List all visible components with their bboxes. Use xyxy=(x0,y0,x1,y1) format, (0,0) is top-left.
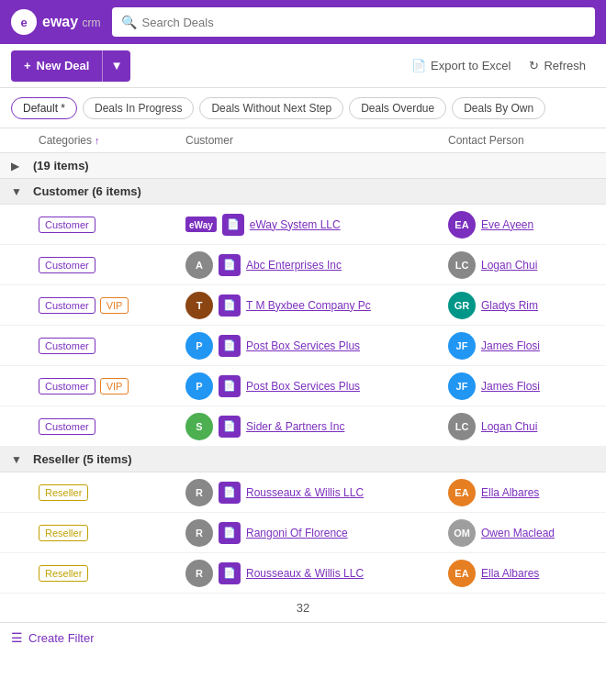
col-customer[interactable]: Customer xyxy=(185,134,448,147)
table-row: Customer S 📄 Sider & Partners Inc LC Log… xyxy=(0,406,606,447)
badges-cell: Reseller xyxy=(39,525,185,541)
company-link[interactable]: eWay System LLC xyxy=(250,218,341,231)
export-button[interactable]: 📄 Export to Excel xyxy=(402,53,520,78)
top-group-row[interactable]: ▶ (19 items) xyxy=(0,153,606,179)
badges-cell: Customer VIP xyxy=(39,297,185,314)
table-row: Customer VIP T 📄 T M Byxbee Company Pc G… xyxy=(0,285,606,326)
contact-cell: JF James Flosi xyxy=(448,332,595,360)
contact-link[interactable]: Logan Chui xyxy=(481,259,537,272)
new-deal-label: New Deal xyxy=(37,59,90,72)
company-icon: 📄 xyxy=(222,214,244,236)
reseller-group-row[interactable]: ▼ Reseller (5 items) xyxy=(0,447,606,472)
tabs-bar: Default * Deals In Progress Deals Withou… xyxy=(0,88,606,128)
reseller-group-label: Reseller (5 items) xyxy=(33,452,132,466)
contact-cell: LC Logan Chui xyxy=(448,413,595,440)
top-group-label: (19 items) xyxy=(33,159,89,172)
customer-group-row[interactable]: ▼ Customer (6 items) xyxy=(0,179,606,205)
badges-cell: Customer VIP xyxy=(39,378,185,394)
table-row: Reseller R 📄 Rangoni Of Florence OM Owen… xyxy=(0,513,606,553)
logo-initial: e xyxy=(20,16,27,29)
badge-customer: Customer xyxy=(39,257,95,273)
company-cell: P 📄 Post Box Services Plus xyxy=(185,332,448,360)
contact-link[interactable]: Owen Maclead xyxy=(481,527,555,539)
company-link[interactable]: Post Box Services Plus xyxy=(246,339,360,352)
logo-text: eway crm xyxy=(42,14,101,30)
badges-cell: Customer xyxy=(39,257,185,273)
app-header: e eway crm 🔍 xyxy=(0,0,606,44)
export-label: Export to Excel xyxy=(431,59,511,72)
badge-reseller: Reseller xyxy=(39,565,88,582)
customer-group-label: Customer (6 items) xyxy=(33,184,141,198)
company-cell: A 📄 Abc Enterprises Inc xyxy=(185,251,448,279)
company-avatar: T xyxy=(185,292,213,319)
new-deal-dropdown-button[interactable]: ▼ xyxy=(102,50,129,82)
refresh-button[interactable]: ↻ Refresh xyxy=(520,53,595,78)
avatar: JF xyxy=(448,332,476,360)
tab-by-own[interactable]: Deals By Own xyxy=(452,97,545,119)
company-cell: R 📄 Rousseaux & Willis LLC xyxy=(185,560,448,587)
export-icon: 📄 xyxy=(411,59,426,72)
tab-overdue[interactable]: Deals Overdue xyxy=(349,97,446,119)
company-link[interactable]: Rousseaux & Willis LLC xyxy=(246,567,364,580)
table-row: Customer eWay 📄 eWay System LLC EA Eve A… xyxy=(0,205,606,245)
search-input[interactable] xyxy=(142,16,586,29)
contact-link[interactable]: Ella Albares xyxy=(481,567,539,580)
company-link[interactable]: T M Byxbee Company Pc xyxy=(246,299,371,312)
table-row: Customer VIP P 📄 Post Box Services Plus … xyxy=(0,366,606,406)
contact-link[interactable]: Logan Chui xyxy=(481,420,537,433)
company-link[interactable]: Sider & Partners Inc xyxy=(246,420,344,433)
company-link[interactable]: Post Box Services Plus xyxy=(246,380,360,393)
company-icon: 📄 xyxy=(219,522,241,544)
sort-icon: ↑ xyxy=(95,135,100,146)
badges-cell: Customer xyxy=(39,338,185,354)
company-avatar: P xyxy=(185,372,213,400)
company-avatar: R xyxy=(185,479,213,506)
avatar: EA xyxy=(448,479,476,506)
contact-link[interactable]: Ella Albares xyxy=(481,486,539,499)
table-row: Customer A 📄 Abc Enterprises Inc LC Loga… xyxy=(0,245,606,285)
company-avatar: P xyxy=(185,332,213,360)
company-avatar: R xyxy=(185,519,213,547)
contact-cell: EA Eve Ayeen xyxy=(448,211,595,239)
contact-link[interactable]: Gladys Rim xyxy=(481,299,538,312)
badge-vip: VIP xyxy=(100,297,129,314)
footer-bar[interactable]: ☰ Create Filter xyxy=(0,622,606,652)
tab-in-progress[interactable]: Deals In Progress xyxy=(83,97,194,119)
company-avatar: A xyxy=(185,251,213,279)
company-link[interactable]: Rousseaux & Willis LLC xyxy=(246,486,364,499)
contact-cell: JF James Flosi xyxy=(448,372,595,400)
contact-link[interactable]: James Flosi xyxy=(481,380,540,393)
col-contact-person[interactable]: Contact Person xyxy=(448,134,595,147)
contact-cell: OM Owen Maclead xyxy=(448,519,595,547)
badges-cell: Reseller xyxy=(39,484,185,501)
company-cell: P 📄 Post Box Services Plus xyxy=(185,372,448,400)
company-avatar: R xyxy=(185,560,213,587)
avatar: LC xyxy=(448,251,476,279)
tab-default[interactable]: Default * xyxy=(11,97,77,119)
search-bar[interactable]: 🔍 xyxy=(112,7,595,37)
badge-customer: Customer xyxy=(39,338,95,354)
badge-reseller: Reseller xyxy=(39,525,88,541)
badge-reseller: Reseller xyxy=(39,484,88,501)
company-avatar: S xyxy=(185,413,213,440)
company-icon: 📄 xyxy=(219,254,241,276)
badge-customer: Customer xyxy=(39,418,95,435)
company-link[interactable]: Rangoni Of Florence xyxy=(246,527,348,539)
eway-logo-box: eWay xyxy=(185,217,217,232)
avatar: EA xyxy=(448,560,476,587)
logo: e eway crm xyxy=(11,9,101,35)
company-cell: eWay 📄 eWay System LLC xyxy=(185,214,448,236)
toolbar: + New Deal ▼ 📄 Export to Excel ↻ Refresh xyxy=(0,44,606,88)
company-link[interactable]: Abc Enterprises Inc xyxy=(246,259,342,272)
badge-customer: Customer xyxy=(39,297,95,314)
contact-link[interactable]: James Flosi xyxy=(481,339,540,352)
chevron-right-icon: ▶ xyxy=(11,160,26,172)
company-icon: 📄 xyxy=(219,482,241,504)
badge-customer: Customer xyxy=(39,217,95,233)
new-deal-button[interactable]: + New Deal xyxy=(11,50,102,82)
company-cell: R 📄 Rousseaux & Willis LLC xyxy=(185,479,448,506)
crm-text: crm xyxy=(83,17,101,29)
col-categories[interactable]: Categories ↑ xyxy=(39,134,185,147)
tab-no-next-step[interactable]: Deals Without Next Step xyxy=(199,97,343,119)
contact-link[interactable]: Eve Ayeen xyxy=(481,218,533,231)
